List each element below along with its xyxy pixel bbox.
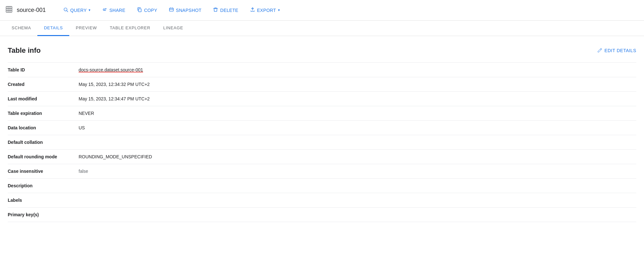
snapshot-button[interactable]: SNAPSHOT bbox=[164, 5, 206, 16]
field-value-last-modified: May 15, 2023, 12:34:47 PM UTC+2 bbox=[79, 92, 636, 106]
field-label-case-insensitive: Case insensitive bbox=[8, 164, 79, 179]
page-title: source-001 bbox=[17, 7, 46, 14]
field-value-labels bbox=[79, 193, 636, 208]
tab-schema[interactable]: SCHEMA bbox=[5, 21, 37, 36]
toolbar-title-area: source-001 bbox=[5, 5, 46, 15]
field-value-description bbox=[79, 179, 636, 193]
table-row: Description bbox=[8, 179, 636, 193]
field-label-description: Description bbox=[8, 179, 79, 193]
field-label-data-location: Data location bbox=[8, 121, 79, 135]
export-chevron-icon: ▾ bbox=[278, 8, 280, 12]
svg-rect-8 bbox=[139, 9, 141, 12]
tab-preview[interactable]: PREVIEW bbox=[69, 21, 103, 36]
delete-button[interactable]: DELETE bbox=[208, 5, 243, 16]
edit-details-button[interactable]: EDIT DETAILS bbox=[597, 48, 636, 54]
share-button[interactable]: SHARE bbox=[98, 5, 130, 16]
table-id-text: docs-source.dataset.source-001 bbox=[79, 67, 143, 72]
chevron-down-icon: ▾ bbox=[89, 8, 91, 12]
svg-rect-0 bbox=[6, 6, 12, 12]
query-button[interactable]: QUERY ▾ bbox=[59, 5, 95, 16]
export-button[interactable]: EXPORT ▾ bbox=[245, 5, 284, 16]
section-title: Table info bbox=[8, 46, 41, 55]
field-value-table-expiration: NEVER bbox=[79, 106, 636, 121]
table-row: Last modified May 15, 2023, 12:34:47 PM … bbox=[8, 92, 636, 106]
field-value-primary-keys bbox=[79, 208, 636, 222]
table-row: Labels bbox=[8, 193, 636, 208]
table-row: Table ID docs-source.dataset.source-001 bbox=[8, 63, 636, 77]
field-value-data-location: US bbox=[79, 121, 636, 135]
field-value-case-insensitive: false bbox=[79, 164, 636, 179]
edit-icon bbox=[597, 48, 602, 54]
table-row: Case insensitive false bbox=[8, 164, 636, 179]
main-content: Table info EDIT DETAILS Table ID docs-so… bbox=[0, 36, 644, 232]
snapshot-icon bbox=[169, 7, 174, 13]
copy-button[interactable]: COPY bbox=[132, 5, 162, 16]
table-row: Data location US bbox=[8, 121, 636, 135]
table-row: Default collation bbox=[8, 135, 636, 150]
query-icon bbox=[63, 7, 68, 13]
field-label-last-modified: Last modified bbox=[8, 92, 79, 106]
export-icon bbox=[250, 7, 255, 13]
toolbar: source-001 QUERY ▾ SHARE COP bbox=[0, 0, 644, 21]
table-row: Created May 15, 2023, 12:34:32 PM UTC+2 bbox=[8, 77, 636, 92]
field-label-labels: Labels bbox=[8, 193, 79, 208]
field-value-default-collation bbox=[79, 135, 636, 150]
table-row: Default rounding mode ROUNDING_MODE_UNSP… bbox=[8, 150, 636, 164]
field-value-default-rounding-mode: ROUNDING_MODE_UNSPECIFIED bbox=[79, 150, 636, 164]
field-label-created: Created bbox=[8, 77, 79, 92]
tab-table-explorer[interactable]: TABLE EXPLORER bbox=[103, 21, 157, 36]
svg-point-7 bbox=[103, 9, 105, 10]
info-table: Table ID docs-source.dataset.source-001 … bbox=[8, 62, 636, 222]
field-value-created: May 15, 2023, 12:34:32 PM UTC+2 bbox=[79, 77, 636, 92]
section-header: Table info EDIT DETAILS bbox=[8, 46, 636, 55]
table-row: Primary key(s) bbox=[8, 208, 636, 222]
field-label-primary-keys: Primary key(s) bbox=[8, 208, 79, 222]
tab-details[interactable]: DETAILS bbox=[37, 21, 69, 36]
field-label-default-collation: Default collation bbox=[8, 135, 79, 150]
tab-lineage[interactable]: LINEAGE bbox=[157, 21, 190, 36]
tabs-bar: SCHEMA DETAILS PREVIEW TABLE EXPLORER LI… bbox=[0, 21, 644, 36]
field-label-table-id: Table ID bbox=[8, 63, 79, 77]
field-label-default-rounding-mode: Default rounding mode bbox=[8, 150, 79, 164]
table-grid-icon bbox=[5, 5, 13, 15]
copy-icon bbox=[137, 7, 142, 13]
table-row: Table expiration NEVER bbox=[8, 106, 636, 121]
delete-icon bbox=[213, 7, 218, 13]
field-label-table-expiration: Table expiration bbox=[8, 106, 79, 121]
svg-rect-9 bbox=[169, 8, 173, 11]
share-icon bbox=[102, 7, 107, 13]
field-value-table-id: docs-source.dataset.source-001 bbox=[79, 63, 636, 77]
svg-line-6 bbox=[67, 11, 68, 12]
